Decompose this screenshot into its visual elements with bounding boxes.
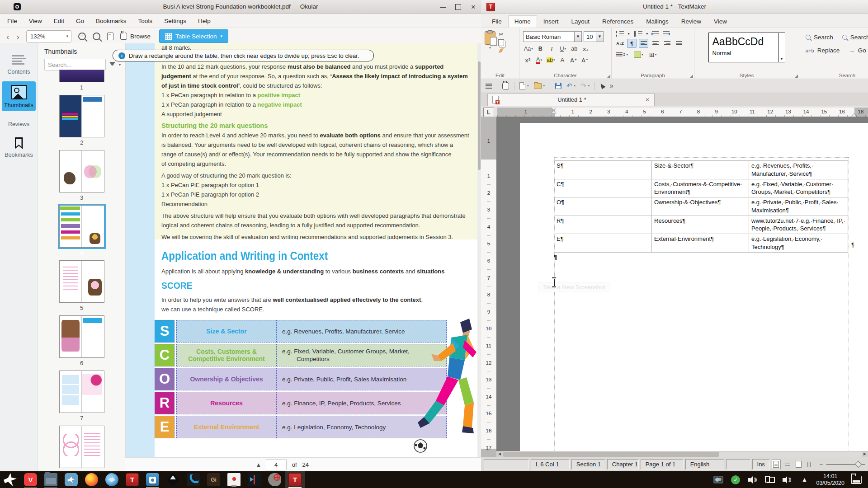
table-cell-label[interactable]: Ownership·&·Objectives¶ <box>652 197 749 216</box>
thumbnail-image[interactable] <box>59 426 104 468</box>
font-size-select[interactable]: 10 ▼ <box>584 31 604 42</box>
back-icon[interactable]: ‹ <box>6 32 9 41</box>
display-settings-icon[interactable] <box>713 474 724 486</box>
score-label-cell[interactable]: External Environment <box>176 416 277 438</box>
current-page-input[interactable]: 4 <box>266 459 287 470</box>
line-spacing-button[interactable]: ↕▾ <box>615 50 629 59</box>
menu-item[interactable]: Help <box>198 18 211 24</box>
view-mode-continuous[interactable] <box>783 460 792 469</box>
Bookmarks[interactable]: Bookmarks <box>2 134 36 161</box>
taskbar-icon-file-manager[interactable] <box>41 471 61 488</box>
zoom-out-icon[interactable]: − <box>93 33 100 40</box>
menu-item[interactable]: Tools <box>138 18 153 24</box>
sort-icon[interactable]: A↓Z <box>615 39 625 48</box>
score-label-cell[interactable]: Resources <box>176 392 277 414</box>
character-format-button[interactable]: B▾ <box>536 44 545 53</box>
zoom-select[interactable]: 132% ▾ <box>26 30 71 42</box>
taskbar-icon-screenshot-app[interactable] <box>264 471 285 488</box>
menu-item[interactable]: Edit <box>54 18 64 24</box>
textmaker-titlebar[interactable]: T Untitled 1 * - TextMaker <box>481 0 868 14</box>
view-mode-outline[interactable] <box>805 460 815 469</box>
thumbnails-search-input[interactable]: Search... <box>44 59 106 70</box>
table-cell-example[interactable]: e.g.·Revenues,·Profits,· Manufacturer,·S… <box>749 161 848 179</box>
horizontal-scrollbar[interactable]: ◀ ▶ <box>496 451 868 457</box>
thumbnail-image[interactable] <box>59 371 104 413</box>
character-format-button[interactable]: I▾ <box>547 44 557 53</box>
table-cell-example[interactable]: e.g.·Legislation,·Economy,· Technology¶ <box>749 234 848 253</box>
status-cell[interactable]: L 6 Col 1 <box>531 459 570 469</box>
copy-icon[interactable] <box>498 39 504 46</box>
score-label-cell[interactable]: Size & Sector <box>176 320 277 343</box>
volume-icon[interactable]: ))) <box>747 474 758 486</box>
character-format-button[interactable]: A⁺▾ <box>569 56 578 65</box>
network-icon[interactable] <box>764 474 775 486</box>
shading-button[interactable]: ▾ <box>633 50 644 59</box>
page-thumbnail[interactable]: 8 <box>59 426 104 471</box>
okular-titlebar[interactable]: Busi A level Strong Foundation workbookl… <box>0 0 481 14</box>
view-mode-fullpage[interactable] <box>794 460 803 469</box>
status-cell[interactable]: Chapter 1 <box>607 459 639 469</box>
audio-output-icon[interactable]: ))) <box>782 474 793 486</box>
new-document-icon[interactable] <box>519 82 525 89</box>
minimize-icon[interactable]: — <box>439 4 447 10</box>
status-cell[interactable] <box>726 459 750 469</box>
table-cell-label[interactable]: Costs,·Customers·&·Competitive· Environm… <box>652 179 749 198</box>
taskbar-icon-screenshot-tool[interactable] <box>142 471 163 488</box>
score-letter-cell[interactable]: E <box>155 416 175 438</box>
decrease-indent-icon[interactable] <box>663 31 670 37</box>
taskbar-icon-thunderbird[interactable] <box>102 471 122 488</box>
score-letter-cell[interactable]: S <box>155 320 175 343</box>
zoom-slider[interactable] <box>826 464 865 465</box>
save-icon[interactable] <box>555 83 561 89</box>
align-justify-button[interactable] <box>674 39 684 48</box>
updates-ok-icon[interactable]: ✓ <box>730 474 741 486</box>
zoom-slider-thumb[interactable] <box>855 460 862 468</box>
character-format-button[interactable]: x₂▾ <box>581 44 590 53</box>
tray-expand-icon[interactable]: ▲ <box>799 474 810 486</box>
page-thumbnail[interactable]: 7 <box>59 371 104 426</box>
cut-icon[interactable]: ✂ <box>499 31 503 38</box>
taskbar-icon-gimp[interactable]: Gi <box>203 471 224 488</box>
thumbnail-image[interactable] <box>59 260 104 303</box>
view-mode-standard[interactable] <box>772 460 781 469</box>
Insert[interactable]: Insert <box>537 15 565 28</box>
toolbar-overflow-icon[interactable]: » <box>609 82 613 90</box>
table-cell-label[interactable]: External·Environment¶ <box>652 234 749 253</box>
zoom-in-icon[interactable]: + <box>78 33 86 40</box>
align-right-button[interactable] <box>662 39 672 48</box>
open-document-icon[interactable] <box>534 83 542 89</box>
character-format-button[interactable]: A▾ <box>557 56 567 65</box>
Home[interactable]: Home <box>508 15 537 28</box>
close-icon[interactable]: ✕ <box>469 4 477 10</box>
score-label-cell[interactable]: Costs, Customers & Competitive Environme… <box>176 344 277 366</box>
pointer-tool-icon[interactable] <box>599 82 606 89</box>
style-scroll-icon[interactable]: ▾ <box>778 33 785 62</box>
taskbar-icon-textmaker-active[interactable]: T <box>285 471 305 488</box>
Reviews[interactable]: Reviews <box>2 115 36 130</box>
thumbnail-image[interactable] <box>59 70 104 82</box>
score-example-cell[interactable]: e.g. Fixed, Variable, Customer Groups, M… <box>277 344 447 366</box>
document-tab[interactable]: Untitled 1 * ✕ <box>487 93 655 106</box>
menu-item[interactable]: Go <box>76 18 84 24</box>
menu-item[interactable]: View <box>29 18 42 24</box>
character-format-button[interactable]: U▾ <box>558 44 568 53</box>
align-center-button[interactable] <box>651 39 660 48</box>
status-cell[interactable] <box>484 459 529 469</box>
table-cell-letter[interactable]: R¶ <box>554 216 652 235</box>
document-table[interactable]: S¶ Size·&·Sector¶ e.g.·Revenues,·Profits… <box>554 160 848 253</box>
borders-button[interactable]: ⊞▾ <box>648 50 658 59</box>
pdf-view[interactable]: all 8 marks. Structuring the 10 and 12 m… <box>126 43 481 471</box>
scrollbar-thumb[interactable] <box>503 452 719 457</box>
page-thumbnail[interactable]: 4 <box>59 205 104 260</box>
align-left-button[interactable] <box>639 39 648 48</box>
status-cell[interactable]: English <box>685 459 724 469</box>
menu-item[interactable]: Settings <box>164 18 186 24</box>
page-thumbnail[interactable]: 1 <box>59 70 104 95</box>
taskbar-icon-kdenlive[interactable] <box>244 471 264 488</box>
font-name-select[interactable]: Basic Roman ▼ <box>523 31 582 42</box>
redo-icon[interactable]: ↷ <box>580 83 586 89</box>
score-letter-cell[interactable]: R <box>155 392 175 414</box>
Mailings[interactable]: Mailings <box>640 15 675 28</box>
character-format-button[interactable]: A▾ <box>534 56 544 65</box>
table-selection-button[interactable]: Table Selection ▾ <box>159 29 228 43</box>
